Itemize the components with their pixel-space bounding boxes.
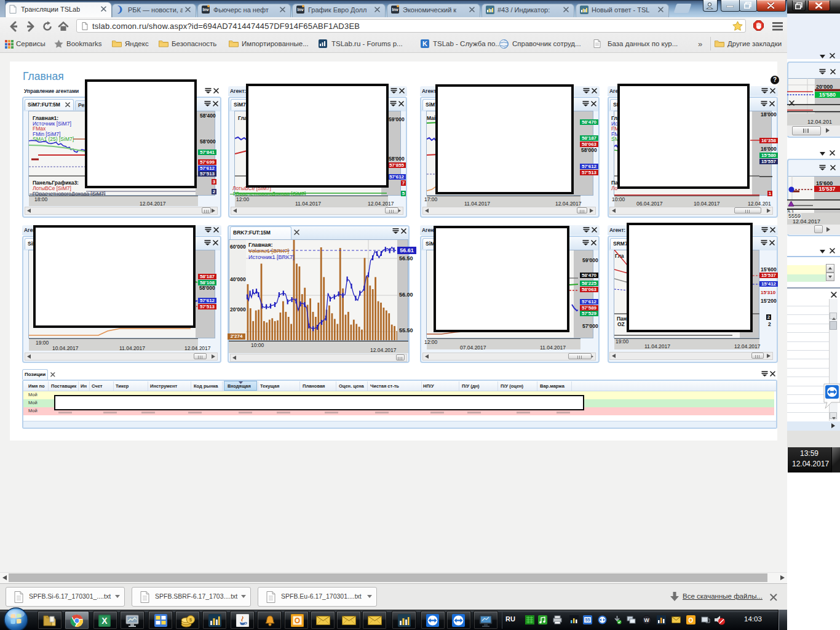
svg-text:55: 55 (585, 618, 590, 622)
svg-text:X: X (101, 616, 108, 626)
svg-text:W: W (644, 617, 649, 623)
svg-text:$: $ (189, 617, 192, 623)
svg-text:O: O (689, 617, 694, 624)
svg-text:O: O (295, 616, 300, 625)
